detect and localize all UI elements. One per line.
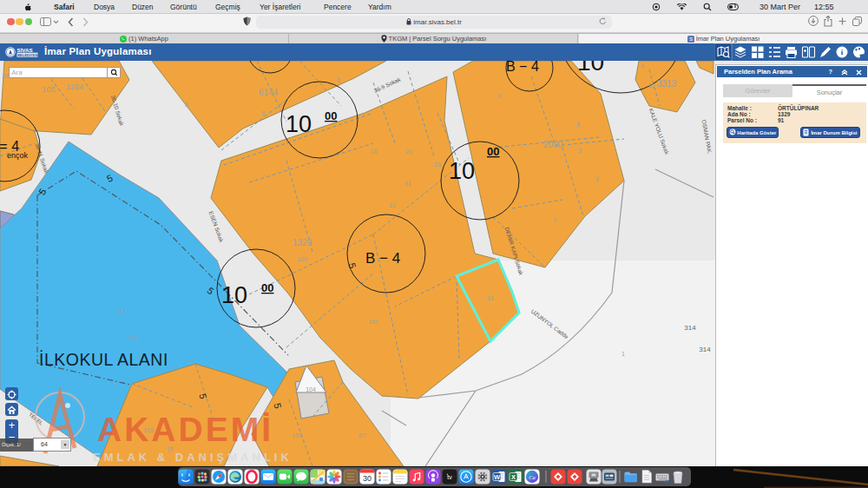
svg-text:7: 7: [553, 217, 556, 223]
svg-text:91: 91: [487, 295, 494, 301]
svg-text:100: 100: [297, 256, 307, 262]
svg-text:10: 10: [449, 158, 475, 184]
svg-text:00: 00: [487, 145, 499, 158]
svg-text:26: 26: [434, 162, 441, 168]
svg-text:6: 6: [595, 176, 599, 182]
svg-text:B − 4: B − 4: [506, 61, 539, 74]
svg-text:10: 10: [286, 111, 312, 137]
svg-text:30: 30: [648, 82, 654, 89]
svg-text:SİVAS: SİVAS: [17, 47, 33, 53]
svg-text:18: 18: [370, 148, 377, 155]
svg-text:0: 0: [498, 93, 502, 99]
svg-text:İLKOKUL ALANI: İLKOKUL ALANI: [39, 350, 168, 369]
svg-text:61: 61: [404, 181, 411, 187]
svg-text:00: 00: [325, 109, 337, 122]
svg-text:8: 8: [576, 122, 580, 128]
svg-text:67: 67: [358, 432, 365, 439]
svg-text:2090: 2090: [543, 140, 563, 149]
svg-text:B − 4: B − 4: [365, 250, 400, 267]
svg-text:6: 6: [261, 110, 265, 116]
svg-text:5: 5: [185, 102, 188, 108]
svg-text:6144: 6144: [259, 88, 279, 97]
svg-text:117: 117: [116, 308, 126, 314]
svg-text:105: 105: [42, 85, 55, 94]
svg-text:10: 10: [221, 282, 247, 308]
svg-text:AKADEMİ: AKADEMİ: [97, 411, 273, 448]
svg-text:102: 102: [368, 319, 378, 325]
svg-text:0: 0: [337, 77, 340, 83]
svg-text:314: 314: [699, 346, 711, 353]
svg-text:1: 1: [621, 351, 625, 357]
svg-text:10: 10: [577, 61, 604, 76]
svg-text:3313: 3313: [657, 79, 677, 89]
svg-text:ençok: ençok: [7, 151, 29, 160]
svg-text:314: 314: [684, 324, 696, 332]
svg-text:S: S: [689, 36, 693, 42]
svg-text:105: 105: [292, 432, 302, 439]
svg-text:EMLAK & DANIŞMANLIK: EMLAK & DANIŞMANLIK: [93, 451, 293, 464]
svg-text:1264: 1264: [66, 82, 83, 91]
svg-text:3: 3: [578, 148, 582, 154]
svg-text:3: 3: [641, 63, 644, 69]
svg-text:W: W: [494, 473, 501, 481]
svg-text:81: 81: [389, 202, 396, 208]
svg-text:00: 00: [261, 281, 273, 294]
svg-text:337: 337: [127, 333, 139, 341]
svg-text:30: 30: [363, 474, 372, 483]
svg-text:BELEDİYESİ: BELEDİYESİ: [17, 53, 38, 57]
svg-text:Ca: Ca: [529, 474, 536, 480]
svg-text:X: X: [511, 473, 516, 481]
svg-text:1329: 1329: [293, 238, 312, 247]
svg-text:104: 104: [306, 386, 316, 392]
svg-text:20: 20: [405, 148, 412, 155]
